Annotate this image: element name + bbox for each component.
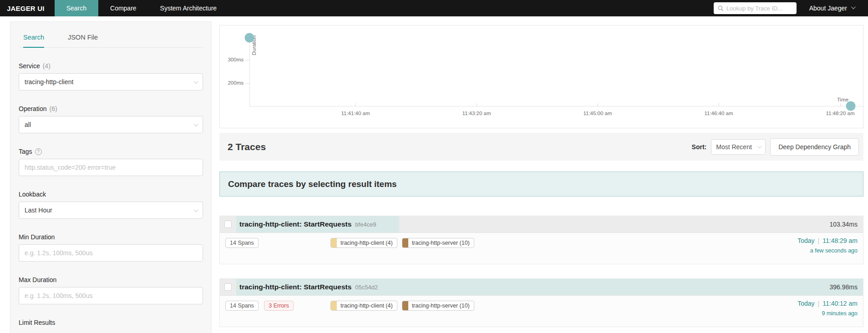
trace-id: 05c54d2 bbox=[355, 284, 378, 291]
service-select[interactable]: tracing-http-client bbox=[19, 73, 203, 91]
top-nav-bar: JAEGER UI Search Compare System Architec… bbox=[0, 0, 868, 16]
min-duration-label: Min Duration bbox=[19, 233, 203, 241]
service-tag: tracing-http-server (10) bbox=[402, 301, 474, 311]
y-axis-line bbox=[249, 33, 250, 106]
trace-header-main: tracing-http-client: StartRequestsbfe4ce… bbox=[236, 216, 863, 232]
x-tick bbox=[477, 103, 477, 106]
y-tick-label: 200ms bbox=[220, 80, 244, 86]
x-tick-label: 11:48:20 am bbox=[826, 111, 854, 116]
x-tick bbox=[598, 103, 598, 106]
chevron-down-icon bbox=[851, 5, 856, 9]
separator: | bbox=[818, 300, 820, 307]
trace-header-main: tracing-http-client: StartRequests05c54d… bbox=[236, 279, 863, 295]
chevron-down-icon bbox=[757, 144, 762, 148]
tags-label: Tags ? bbox=[19, 148, 203, 155]
max-duration-label: Max Duration bbox=[19, 276, 203, 283]
tab-search[interactable]: Search bbox=[23, 34, 44, 48]
trace-relative-time: 9 minutes ago bbox=[797, 310, 858, 317]
sidebar-tabs: Search JSON File bbox=[19, 34, 203, 48]
x-tick bbox=[719, 103, 719, 106]
compare-banner: Compare traces by selecting result items bbox=[219, 172, 863, 197]
trace-day: Today bbox=[797, 300, 814, 307]
min-duration-input[interactable] bbox=[25, 249, 197, 257]
trace-time: Today|11:48:29 am a few seconds ago bbox=[797, 237, 858, 254]
about-jaeger-label: About Jaeger bbox=[809, 5, 847, 12]
service-tag: tracing-http-client (4) bbox=[330, 301, 397, 311]
chevron-down-icon bbox=[194, 79, 198, 84]
trace-body: 14 Spans tracing-http-client (4) tracing… bbox=[220, 233, 863, 264]
tab-json-file[interactable]: JSON File bbox=[68, 34, 98, 47]
error-count-chip: 3 Errors bbox=[264, 301, 293, 311]
deep-dependency-graph-button[interactable]: Deep Dependency Graph bbox=[770, 138, 859, 156]
x-tick bbox=[355, 103, 356, 106]
trace-body: 14 Spans 3 Errors tracing-http-client (4… bbox=[220, 296, 863, 327]
operation-select[interactable]: all bbox=[19, 116, 203, 133]
service-tags: tracing-http-client (4) tracing-http-ser… bbox=[330, 238, 474, 248]
search-sidebar: Search JSON File Service (4) tracing-htt… bbox=[10, 21, 212, 333]
sort-select[interactable]: Most Recent bbox=[711, 139, 766, 155]
nav-tab-system-architecture[interactable]: System Architecture bbox=[148, 0, 229, 16]
x-tick-label: 11:45:00 am bbox=[583, 111, 612, 116]
service-tag: tracing-http-client (4) bbox=[330, 238, 397, 248]
trace-select-checkbox[interactable] bbox=[224, 283, 232, 291]
search-icon bbox=[718, 5, 724, 11]
x-axis-title: Time bbox=[837, 97, 848, 102]
trace-clock-time: 11:48:29 am bbox=[822, 237, 858, 244]
nav-spacer bbox=[228, 0, 714, 16]
operation-count: (6) bbox=[49, 105, 57, 112]
x-tick-label: 11:41:40 am bbox=[341, 111, 370, 116]
service-color-swatch bbox=[331, 301, 337, 310]
chevron-down-icon bbox=[194, 122, 198, 126]
lookback-label: Lookback bbox=[19, 191, 203, 198]
tags-input[interactable] bbox=[25, 164, 197, 171]
trace-day: Today bbox=[797, 237, 814, 244]
limit-results-label: Limit Results bbox=[19, 319, 203, 326]
results-controls: Sort: Most Recent Deep Dependency Graph bbox=[692, 138, 859, 156]
service-label: Service (4) bbox=[19, 62, 203, 70]
trace-title: tracing-http-client: StartRequests05c54d… bbox=[236, 283, 378, 291]
y-tick-label: 300ms bbox=[220, 57, 244, 62]
separator: | bbox=[818, 237, 820, 244]
y-tick bbox=[246, 60, 250, 61]
span-count-chip: 14 Spans bbox=[225, 301, 259, 311]
service-color-swatch bbox=[402, 238, 408, 247]
x-axis-line bbox=[249, 106, 863, 106]
min-duration-field bbox=[19, 244, 203, 262]
sort-label: Sort: bbox=[692, 143, 707, 151]
trace-select-checkbox[interactable] bbox=[224, 221, 232, 228]
x-tick bbox=[840, 103, 841, 106]
y-tick bbox=[246, 83, 250, 84]
app-brand[interactable]: JAEGER UI bbox=[0, 0, 55, 16]
scatter-point-trace-bfe4ce9[interactable] bbox=[846, 101, 856, 111]
tags-field bbox=[19, 159, 203, 176]
trace-duration: 396.98ms bbox=[830, 283, 863, 291]
lookback-select[interactable]: Last Hour bbox=[19, 202, 203, 219]
results-header: 2 Traces Sort: Most Recent Deep Dependen… bbox=[219, 133, 863, 161]
scatter-point-trace-05c54d2[interactable] bbox=[245, 33, 254, 43]
trace-header-link[interactable]: tracing-http-client: StartRequests05c54d… bbox=[220, 279, 863, 296]
help-icon[interactable]: ? bbox=[35, 148, 42, 155]
checkbox-cell bbox=[220, 216, 236, 232]
trace-relative-time: a few seconds ago bbox=[797, 247, 858, 254]
max-duration-input[interactable] bbox=[25, 292, 197, 299]
trace-time: Today|11:40:12 am 9 minutes ago bbox=[797, 300, 858, 317]
about-jaeger-menu[interactable]: About Jaeger bbox=[809, 0, 868, 16]
trace-header-link[interactable]: tracing-http-client: StartRequestsbfe4ce… bbox=[220, 216, 863, 233]
nav-tab-compare[interactable]: Compare bbox=[98, 0, 148, 16]
trace-clock-time: 11:40:12 am bbox=[822, 300, 858, 307]
trace-title: tracing-http-client: StartRequestsbfe4ce… bbox=[236, 220, 376, 228]
service-tag: tracing-http-server (10) bbox=[402, 238, 474, 248]
checkbox-cell bbox=[220, 279, 236, 295]
trace-count: 2 Traces bbox=[228, 141, 266, 152]
trace-id-lookup[interactable] bbox=[714, 2, 797, 14]
x-tick-label: 11:43:20 am bbox=[462, 111, 491, 116]
trace-duration: 103.34ms bbox=[830, 221, 863, 228]
nav-tab-search[interactable]: Search bbox=[55, 0, 98, 16]
trace-id: bfe4ce9 bbox=[355, 221, 376, 228]
service-color-swatch bbox=[331, 238, 337, 247]
operation-label: Operation (6) bbox=[19, 105, 203, 112]
service-count: (4) bbox=[43, 62, 51, 70]
service-tags: tracing-http-client (4) tracing-http-ser… bbox=[330, 301, 474, 311]
trace-id-lookup-input[interactable] bbox=[726, 5, 792, 12]
x-tick-label: 11:46:40 am bbox=[704, 111, 733, 116]
